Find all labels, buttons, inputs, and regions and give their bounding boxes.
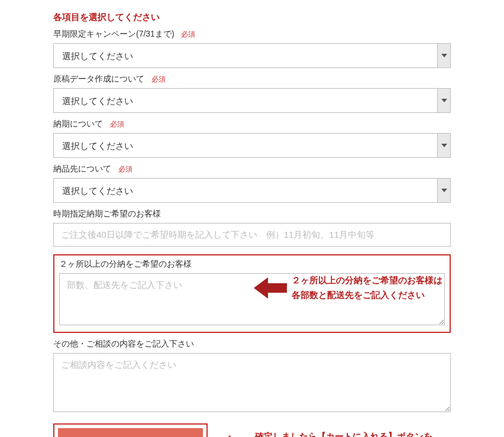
label-manuscript: 原稿データ作成について 必須 (53, 74, 451, 85)
select-delivery-time[interactable]: 選択してください (53, 133, 451, 158)
label-other: その他・ご相談の内容をご記入下さい (53, 339, 451, 349)
field-delivery-time: 納期について 必須 選択してください (53, 119, 451, 158)
add-to-cart-button[interactable]: カートに入れる (58, 428, 203, 437)
highlight-submit: カートに入れる (53, 423, 208, 437)
label-delivery-time: 納期について 必須 (53, 119, 451, 130)
field-specific-date: 時期指定納期ご希望のお客様 (53, 209, 451, 248)
field-other: その他・ご相談の内容をご記入下さい (53, 339, 451, 414)
select-manuscript[interactable]: 選択してください (53, 88, 451, 113)
page-title: 各項目を選択してください (53, 12, 451, 23)
label-campaign-text: 早期限定キャンペーン(7/31まで) (53, 29, 175, 38)
annotation-text: 確定しましたら【カートに入れる】ボタンを クリックします (255, 429, 432, 437)
arrow-left-icon (218, 433, 247, 437)
annotation-line1: 確定しましたら【カートに入れる】ボタンを (255, 429, 432, 437)
input-split-delivery[interactable] (59, 273, 445, 325)
select-campaign[interactable]: 選択してください (53, 43, 451, 68)
label-specific-date: 時期指定納期ご希望のお客様 (53, 209, 451, 219)
label-campaign: 早期限定キャンペーン(7/31まで) 必須 (53, 29, 451, 40)
required-badge: 必須 (181, 30, 195, 38)
required-badge: 必須 (118, 165, 133, 173)
annotation-submit: 確定しましたら【カートに入れる】ボタンを クリックします (218, 429, 432, 437)
input-specific-date[interactable] (53, 223, 451, 247)
input-other[interactable] (53, 353, 451, 412)
required-badge: 必須 (110, 120, 124, 128)
field-manuscript: 原稿データ作成について 必須 選択してください (53, 74, 451, 113)
label-delivery-dest-text: 納品先について (53, 164, 111, 173)
select-delivery-dest[interactable]: 選択してください (53, 178, 451, 203)
highlight-split-delivery: ２ヶ所以上の分納をご希望のお客様 ２ヶ所以上の分納をご希望のお客様は 各部数と配… (53, 254, 451, 333)
field-delivery-dest: 納品先について 必須 選択してください (53, 164, 451, 203)
submit-row: カートに入れる 確定しましたら【カートに入れる】ボタンを クリックします (53, 423, 451, 437)
label-split-delivery: ２ヶ所以上の分納をご希望のお客様 (59, 259, 445, 270)
label-delivery-dest: 納品先について 必須 (53, 164, 451, 174)
label-manuscript-text: 原稿データ作成について (53, 74, 144, 83)
required-badge: 必須 (151, 75, 166, 83)
field-campaign: 早期限定キャンペーン(7/31まで) 必須 選択してください (53, 29, 451, 68)
label-delivery-time-text: 納期について (53, 119, 103, 128)
